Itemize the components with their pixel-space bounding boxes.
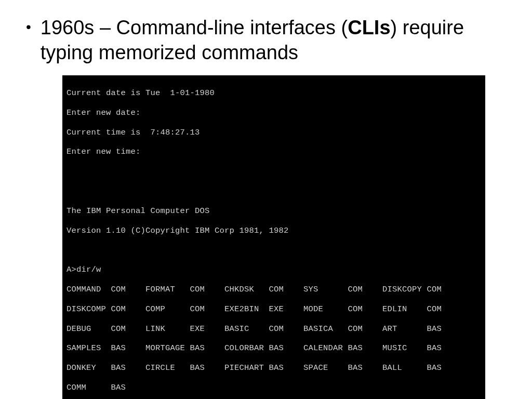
term-line xyxy=(66,245,480,255)
slide-bullet: • 1960s – Command-line interfaces (CLIs)… xyxy=(16,16,516,65)
bullet-prefix: 1960s – Command-line interfaces ( xyxy=(41,17,348,38)
term-line: The IBM Personal Computer DOS xyxy=(66,206,480,216)
term-line: DISKCOMP COM COMP COM EXE2BIN EXE MODE C… xyxy=(66,304,480,314)
term-line: Version 1.10 (C)Copyright IBM Corp 1981,… xyxy=(66,226,480,236)
bullet-marker: • xyxy=(26,19,31,35)
term-line xyxy=(66,187,480,196)
term-line: Enter new date: xyxy=(66,108,480,118)
bullet-text: 1960s – Command-line interfaces (CLIs) r… xyxy=(41,16,516,65)
term-line: A>dir/w xyxy=(66,265,480,275)
term-line: COMM BAS xyxy=(66,383,480,393)
term-line: Current time is 7:48:27.13 xyxy=(66,128,480,138)
term-line: DONKEY BAS CIRCLE BAS PIECHART BAS SPACE… xyxy=(66,363,480,373)
term-line: DEBUG COM LINK EXE BASIC COM BASICA COM … xyxy=(66,324,480,334)
term-line xyxy=(66,167,480,177)
terminal-screenshot: Current date is Tue 1-01-1980 Enter new … xyxy=(62,75,485,399)
term-line: COMMAND COM FORMAT COM CHKDSK COM SYS CO… xyxy=(66,285,480,295)
term-line: SAMPLES BAS MORTGAGE BAS COLORBAR BAS CA… xyxy=(66,343,480,353)
term-line: Enter new time: xyxy=(66,147,480,157)
term-line: Current date is Tue 1-01-1980 xyxy=(66,88,480,98)
bullet-bold: CLIs xyxy=(348,17,390,38)
